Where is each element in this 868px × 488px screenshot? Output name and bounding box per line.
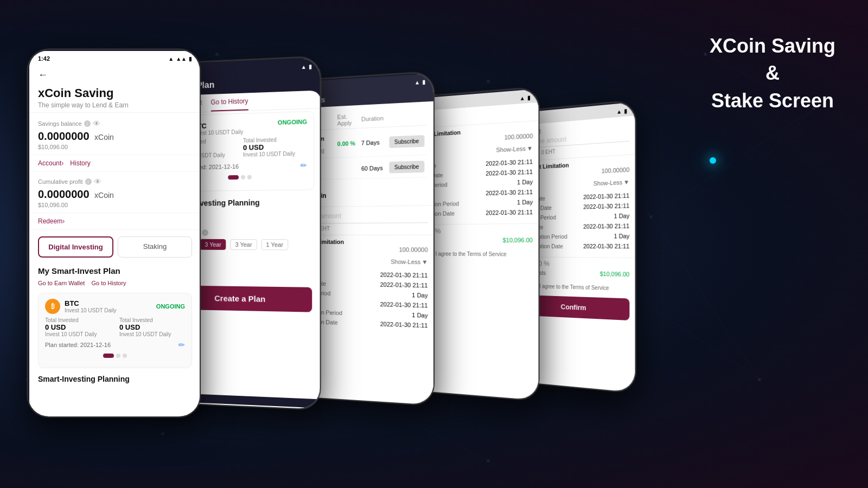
svg-point-37 bbox=[487, 459, 490, 463]
p5-interests-val: $10,096.00 bbox=[600, 271, 630, 278]
dot-active-1 bbox=[103, 354, 114, 358]
edit-pencil-1[interactable]: ✏ bbox=[178, 341, 185, 349]
redeem-section: Redeem› bbox=[29, 213, 201, 230]
svg-line-16 bbox=[651, 217, 760, 380]
digital-investing-tab[interactable]: Digital Investing bbox=[38, 236, 113, 258]
roi-tab-1y[interactable]: 1 Year bbox=[261, 239, 288, 250]
plan-date-1: Plan started: 2021-12-16 ✏ bbox=[45, 341, 185, 349]
col-duration: Duration bbox=[359, 109, 386, 128]
product-1-duration: 7 Days bbox=[359, 129, 386, 157]
wifi-icon-2: ▲ bbox=[301, 63, 307, 70]
status-bar-1: 1:42 ▲ ▲▲ ▮ bbox=[29, 51, 201, 64]
product-2-action: Subscribe bbox=[387, 156, 427, 178]
col-est-apply: Est. Apply bbox=[335, 111, 358, 130]
dots-indicator-1 bbox=[45, 354, 185, 358]
p4-show-less-btn[interactable]: Show-Less ▼ bbox=[496, 145, 533, 153]
p5-interest-date-val: 2022-01-30 21:11 bbox=[583, 202, 629, 210]
rate-green-1: 0.00 % bbox=[337, 140, 356, 147]
wifi-icon: ▲ bbox=[168, 56, 174, 62]
p4-interests-val: $10,096.00 bbox=[503, 237, 533, 243]
duration-1: 7 Days bbox=[361, 139, 384, 146]
savings-balance-section: Savings balance i 👁 0.0000000 xCoin $10,… bbox=[29, 113, 201, 155]
p4-interest-period-val: 1 Day bbox=[517, 178, 533, 185]
p5-start-date-val: 2022-01-30 21:11 bbox=[583, 192, 629, 200]
account-link[interactable]: Account› bbox=[38, 159, 63, 167]
coin-sub-1: Invest 10 USDT Daily bbox=[65, 307, 116, 313]
coin-details: BTC Invest 10 USDT Daily bbox=[65, 299, 116, 313]
account-history-links: Account› History bbox=[29, 155, 201, 172]
status-icons-5: ▲ ▮ bbox=[616, 107, 627, 114]
svg-point-34 bbox=[758, 378, 761, 381]
plan-card-header: ₿ BTC Invest 10 USDT Daily ONGOING bbox=[45, 299, 185, 314]
phone-1-content: ← xCoin Saving The simple way to Lend & … bbox=[29, 64, 201, 415]
product-2-duration: 60 Days bbox=[359, 157, 386, 179]
stat-2: Total Invested 0 USD Invest 10 USDT Dail… bbox=[119, 317, 185, 337]
start-date-val: 2022-01-30 21:11 bbox=[380, 272, 428, 279]
p4-start-date-val: 2022-01-30 21:11 bbox=[486, 158, 533, 167]
info-icon-2[interactable]: i bbox=[85, 178, 92, 185]
roi-tab-3y-2[interactable]: 3 Year bbox=[231, 239, 257, 250]
wifi-5: ▲ bbox=[616, 108, 622, 114]
go-to-history-link[interactable]: Go to History bbox=[91, 280, 126, 286]
stat-label-1: Total Invested bbox=[45, 317, 111, 323]
end-date-val: 2022-01-30 21:11 bbox=[380, 301, 428, 309]
stat-sub-1: Invest 10 USDT Daily bbox=[45, 331, 111, 337]
dot-active-2 bbox=[228, 175, 239, 179]
smart-invest-title: My Smart-Invest Plan bbox=[29, 262, 201, 278]
bat-5: ▮ bbox=[624, 107, 627, 114]
stat-val-2: 0 USD bbox=[119, 323, 185, 331]
smart-invest-links: Go to Earn Wallet Go to History bbox=[29, 278, 201, 291]
earn-wallet-link[interactable]: Go to Earn Wallet bbox=[38, 280, 85, 286]
limit-max: 100.00000 bbox=[399, 246, 428, 253]
edit-pencil-2[interactable]: ✏ bbox=[301, 161, 307, 170]
redeem-link[interactable]: Redeem› bbox=[38, 217, 65, 225]
go-history-tab[interactable]: Go to History bbox=[210, 97, 248, 111]
ongoing-badge-1: ONGOING bbox=[156, 303, 185, 310]
phones-container: 1:42 ▲ ▲▲ ▮ ← xCoin Saving The simple wa… bbox=[27, 16, 637, 418]
screen-subtitle-1: The simple way to Lend & Earn bbox=[38, 101, 192, 109]
time-1: 1:42 bbox=[38, 55, 50, 62]
bat-4: ▮ bbox=[527, 94, 531, 101]
page-title: XCoin Saving & Stake Screen bbox=[710, 33, 835, 114]
eye-icon-1[interactable]: 👁 bbox=[93, 119, 100, 128]
status-icons-3: ▲ ▮ bbox=[414, 79, 425, 85]
cumulative-amount: 0.0000000 xCoin bbox=[38, 188, 192, 201]
p5-end-date-val: 2022-01-30 21:11 bbox=[583, 222, 629, 229]
back-button-1[interactable]: ← bbox=[38, 69, 192, 81]
interest-period-val: 1 Day bbox=[412, 292, 427, 299]
svg-point-35 bbox=[161, 432, 164, 435]
p5-show-less-btn[interactable]: Show-Less ▼ bbox=[593, 178, 630, 187]
p2-stat-2: Total Invested 0 USD Invest 10 USDT Dail… bbox=[243, 136, 307, 158]
savings-balance-label: Savings balance i 👁 bbox=[38, 119, 192, 128]
duration-2: 60 Days bbox=[361, 164, 384, 171]
info-icon-1[interactable]: i bbox=[84, 120, 91, 127]
p5-redemption-date-val: 2022-01-30 21:11 bbox=[583, 243, 629, 249]
roi-tab-3y-1[interactable]: 3 Year bbox=[200, 239, 226, 250]
redemption-date-val: 2022-01-30 21:11 bbox=[380, 320, 428, 329]
plan-stats: Total Invested 0 USD Invest 10 USDT Dail… bbox=[45, 317, 185, 337]
p5-interest-period-val: 1 Day bbox=[614, 213, 630, 220]
savings-amount: 0.0000000 xCoin bbox=[38, 130, 192, 143]
eye-icon-2[interactable]: 👁 bbox=[94, 177, 101, 186]
roi-info-icon[interactable]: i bbox=[202, 229, 208, 236]
p5-limit-max: 100.00000 bbox=[602, 166, 630, 175]
stat-label-2: Total Invested bbox=[119, 317, 185, 323]
p4-redemption-date-val: 2022-01-30 21:11 bbox=[486, 209, 533, 216]
col-action bbox=[387, 107, 427, 127]
staking-tab[interactable]: Staking bbox=[118, 236, 192, 258]
history-link-1[interactable]: History bbox=[70, 159, 90, 167]
wifi-4: ▲ bbox=[520, 95, 525, 101]
battery-icon-2: ▮ bbox=[309, 63, 312, 69]
subscribe-btn-2[interactable]: Subscribe bbox=[389, 160, 424, 173]
wifi-3: ▲ bbox=[414, 79, 420, 86]
phone-1: 1:42 ▲ ▲▲ ▮ ← xCoin Saving The simple wa… bbox=[27, 49, 201, 418]
coin-name-1: BTC bbox=[65, 299, 116, 307]
cumulative-profit-section: Cumulative profit i 👁 0.0000000 xCoin $1… bbox=[29, 172, 201, 213]
interest-date-val: 2022-01-30 21:11 bbox=[380, 281, 428, 289]
bat-3: ▮ bbox=[422, 79, 425, 85]
show-less-btn[interactable]: Show-Less ▼ bbox=[391, 258, 428, 265]
svg-point-28 bbox=[649, 215, 653, 219]
phone-1-header: ← xCoin Saving The simple way to Lend & … bbox=[29, 64, 201, 113]
btc-icon: ₿ bbox=[45, 299, 60, 314]
subscribe-btn-1[interactable]: Subscribe bbox=[389, 135, 424, 148]
